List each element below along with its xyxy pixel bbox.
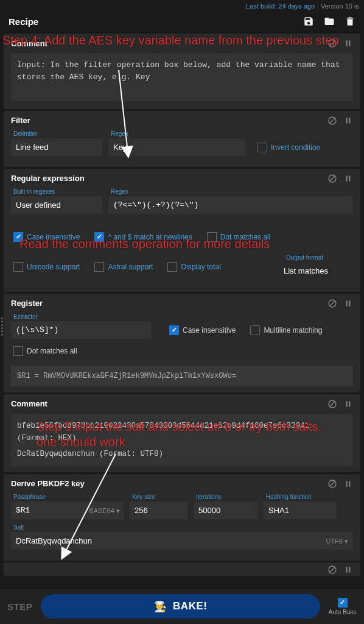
save-icon[interactable]: [303, 16, 314, 27]
case-insensitive-checkbox[interactable]: [13, 232, 23, 242]
regex-input[interactable]: [108, 196, 353, 214]
op-title: Filter: [11, 116, 30, 125]
chef-icon: 👨‍🍳: [154, 600, 167, 613]
comment-textarea[interactable]: Input: In the filter operation box below…: [11, 53, 353, 101]
case-insensitive-label: Case insensitive: [27, 233, 80, 241]
disable-icon[interactable]: [327, 116, 337, 126]
op-regex: Regular expression Built in regexes Rege…: [4, 169, 360, 292]
svg-line-25: [330, 567, 335, 572]
pause-icon[interactable]: [343, 399, 353, 409]
astral-checkbox[interactable]: [94, 262, 104, 272]
op-title: Comment: [11, 39, 47, 48]
svg-line-21: [330, 481, 335, 486]
astral-label: Astral support: [108, 263, 153, 271]
version-text: - Version 10 is: [315, 2, 359, 10]
auto-bake-checkbox[interactable]: [338, 598, 348, 608]
last-build-link[interactable]: Last build: 24 days ago: [246, 2, 315, 10]
unicode-checkbox[interactable]: [13, 262, 23, 272]
regex-label: Regex: [108, 188, 353, 195]
op-title: Register: [11, 299, 43, 308]
recipe-header: Recipe: [0, 11, 364, 32]
svg-rect-18: [346, 401, 348, 406]
svg-rect-14: [346, 300, 348, 306]
svg-rect-26: [346, 567, 348, 572]
op-comment-2: Comment bfeb1e56fbcd973bb219022430a57843…: [4, 394, 360, 472]
hashing-input[interactable]: [264, 502, 337, 519]
register-output: $R1 = RmVMOVdKREkxaGF4ZjR1ek9MVmJpZkpiTm…: [11, 366, 353, 386]
reg-dot-checkbox[interactable]: [13, 346, 23, 356]
display-total-label: Display total: [181, 263, 220, 271]
svg-rect-22: [346, 481, 348, 486]
dot-matches-checkbox[interactable]: [207, 232, 217, 242]
delimiter-input[interactable]: [11, 138, 102, 156]
drag-handle-icon[interactable]: [0, 314, 5, 339]
svg-line-17: [330, 402, 335, 406]
keysize-label: Key size: [130, 494, 187, 500]
pause-icon[interactable]: [343, 299, 353, 308]
op-filter: Filter Delimiter Regex Invert condition: [4, 111, 360, 167]
auto-bake-label: Auto Bake: [329, 609, 357, 615]
hashing-label: Hashing function: [264, 494, 337, 500]
pause-icon[interactable]: [343, 116, 353, 126]
disable-icon[interactable]: [327, 399, 337, 409]
pause-icon[interactable]: [343, 565, 353, 575]
match-newlines-checkbox[interactable]: [94, 232, 104, 242]
iterations-input[interactable]: [194, 502, 257, 519]
trash-icon[interactable]: [345, 16, 355, 27]
op-title: Comment: [11, 399, 47, 408]
disable-icon[interactable]: [327, 565, 337, 575]
top-status-bar: Last build: 24 days ago - Version 10 is: [0, 0, 364, 11]
unicode-label: Unicode support: [27, 263, 80, 271]
disable-icon[interactable]: [327, 174, 337, 183]
svg-rect-10: [346, 176, 348, 181]
svg-rect-11: [349, 176, 350, 181]
pause-icon[interactable]: [343, 38, 353, 48]
extractor-input[interactable]: [11, 321, 151, 339]
svg-line-1: [330, 41, 335, 46]
disable-icon[interactable]: [327, 479, 337, 489]
filter-regex-input[interactable]: [108, 138, 245, 156]
reg-case-label: Case insensitive: [183, 326, 236, 335]
iterations-label: Iterations: [194, 494, 257, 500]
extractor-label: Extractor: [11, 313, 151, 320]
step-button[interactable]: STEP: [7, 601, 32, 612]
svg-rect-27: [349, 567, 350, 572]
op-title: Regular expression: [11, 174, 85, 183]
match-newlines-label: ^ and $ match at newlines: [108, 233, 192, 241]
salt-label: Salt: [11, 524, 353, 531]
keysize-input[interactable]: [130, 502, 187, 519]
reg-dot-label: Dot matches all: [27, 347, 77, 355]
display-total-checkbox[interactable]: [167, 262, 177, 272]
disable-icon[interactable]: [327, 299, 337, 308]
pause-icon[interactable]: [343, 479, 353, 489]
svg-rect-2: [346, 40, 348, 46]
builtin-input[interactable]: [11, 196, 102, 214]
disable-icon[interactable]: [327, 38, 337, 48]
folder-icon[interactable]: [324, 16, 335, 27]
output-format-label: Output format: [284, 254, 351, 261]
svg-rect-6: [346, 118, 348, 123]
builtin-label: Built in regexes: [11, 188, 102, 195]
bake-button[interactable]: 👨‍🍳 BAKE!: [41, 594, 320, 619]
comment-line2: (Format: HEX): [17, 432, 347, 444]
op-register: Register Extractor Case insensitive Mult…: [4, 294, 360, 392]
bottom-bar: STEP 👨‍🍳 BAKE! Auto Bake: [0, 589, 364, 624]
reg-multiline-checkbox[interactable]: [250, 325, 260, 335]
svg-line-13: [330, 301, 335, 306]
regex-label: Regex: [108, 130, 245, 137]
op-comment: Comment Input: In the filter operation b…: [4, 34, 360, 109]
auto-bake-toggle[interactable]: Auto Bake: [329, 598, 357, 615]
pause-icon[interactable]: [343, 174, 353, 183]
output-format-input[interactable]: [284, 262, 351, 280]
passphrase-label: Passphrase: [11, 494, 124, 500]
comment-line3: DcRatByqwqdanchun (Format: UTF8): [17, 448, 347, 460]
passphrase-encoding[interactable]: BASE64 ▾: [89, 507, 120, 515]
salt-input[interactable]: [11, 532, 353, 550]
invert-label: Invert condition: [271, 143, 320, 152]
comment-body[interactable]: bfeb1e56fbcd973bb219022430a57843003d5644…: [11, 414, 353, 466]
svg-rect-15: [349, 300, 350, 306]
reg-case-checkbox[interactable]: [169, 325, 179, 335]
reg-multiline-label: Multiline matching: [264, 326, 322, 335]
salt-encoding[interactable]: UTF8 ▾: [326, 537, 348, 545]
invert-checkbox[interactable]: [257, 143, 267, 152]
